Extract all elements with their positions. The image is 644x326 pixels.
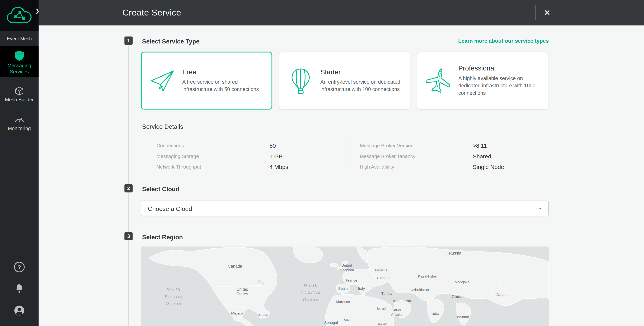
sidebar-item-messaging-services[interactable]: Messaging Services — [0, 46, 38, 77]
map-label: Italy — [358, 287, 365, 291]
map-label: Canada — [228, 264, 242, 269]
sidebar-item-label: Messaging Services — [0, 63, 38, 75]
mesh-cube-icon — [0, 86, 38, 97]
service-details-right: Message Broker Version >8.11 Message Bro… — [360, 140, 532, 172]
card-description: A highly available service on dedicated … — [458, 75, 542, 97]
card-description: A free service on shared infrastructure … — [182, 78, 266, 93]
page-title: Create Service — [122, 0, 181, 25]
detail-value: 1 GB — [270, 153, 282, 160]
sidebar-item-label: Event Mesh — [5, 35, 33, 42]
learn-more-link[interactable]: Learn more about our service types — [458, 38, 549, 44]
hot-air-balloon-icon — [288, 67, 314, 94]
sidebar-item-mesh-builder[interactable]: Mesh Builder — [0, 80, 38, 106]
detail-label: Connections — [156, 143, 270, 149]
service-type-card-starter[interactable]: Starter An entry-level service on dedica… — [279, 52, 410, 110]
detail-value: >8.11 — [473, 142, 487, 149]
service-type-card-free[interactable]: Free A free service on shared infrastruc… — [141, 52, 272, 110]
bell-icon — [14, 283, 25, 295]
create-service-page: Event Mesh Messaging Services Mesh Build… — [0, 0, 644, 326]
card-description: An entry-level service on dedicated infr… — [320, 78, 404, 93]
sidebar-item-event-mesh[interactable]: Event Mesh — [0, 31, 38, 46]
map-label: Senegal — [324, 321, 338, 325]
step-3-badge: 3 — [124, 232, 133, 240]
map-label: Iraq — [393, 299, 400, 303]
map-label: United States — [236, 287, 248, 296]
detail-value: Single Node — [473, 163, 504, 170]
step-1-title: Select Service Type — [142, 38, 200, 45]
map-label: Spain — [338, 287, 348, 291]
map-label: Russia — [449, 251, 461, 256]
step-2-title: Select Cloud — [142, 185, 180, 192]
map-label: China — [452, 294, 462, 299]
notifications-button[interactable] — [0, 283, 38, 295]
detail-row: Message Broker Tenancy Shared — [360, 151, 532, 162]
region-map-labels: RussiaCanadaUnited KingdomBelarusUkraine… — [141, 247, 549, 326]
detail-row: Message Broker Version >8.11 — [360, 140, 532, 151]
map-label: United Kingdom — [339, 263, 354, 272]
map-label: Belarus — [375, 268, 388, 273]
map-label: Sudan — [377, 322, 388, 326]
cloud-select-dropdown[interactable]: Choose a Cloud ▼ — [141, 200, 549, 216]
paper-plane-icon — [150, 67, 176, 94]
airplane-icon — [426, 67, 452, 94]
avatar — [14, 305, 25, 316]
map-label: Mexico — [231, 311, 243, 316]
map-label: Japan — [496, 293, 507, 297]
map-label: Saudi Arabia — [391, 308, 402, 317]
map-label: Iran — [405, 299, 411, 303]
map-label: France — [346, 278, 357, 283]
gauge-icon — [0, 115, 38, 126]
map-label: Turkey — [381, 292, 392, 296]
detail-label: Messaging Storage — [156, 154, 270, 159]
map-label: North Pacific Ocean — [165, 286, 182, 307]
map-label: India — [430, 311, 439, 316]
detail-label: Message Broker Tenancy — [360, 154, 473, 159]
service-type-cards: Free A free service on shared infrastruc… — [141, 52, 549, 110]
service-details-title: Service Details — [142, 123, 183, 130]
map-label: Morocco — [336, 300, 350, 304]
map-label: Mali — [344, 318, 350, 323]
sidebar-expand-chevron-icon[interactable]: ❯ — [35, 8, 40, 14]
service-type-card-professional[interactable]: Professional A highly available service … — [417, 52, 548, 110]
map-label: Cuba — [259, 313, 268, 318]
map-label: Ukraine — [377, 276, 390, 280]
map-label: Mongolia — [454, 280, 470, 285]
sidebar-item-monitoring[interactable]: Monitoring — [0, 109, 38, 135]
help-icon: ? — [18, 264, 21, 270]
map-label: Uzbekistan — [410, 288, 429, 292]
detail-value: 50 — [270, 142, 276, 149]
step-2-badge: 2 — [124, 184, 133, 192]
header-divider — [535, 5, 536, 20]
solace-logo[interactable] — [0, 0, 38, 31]
region-map[interactable]: RussiaCanadaUnited KingdomBelarusUkraine… — [141, 247, 549, 326]
detail-row: High Availability Single Node — [360, 162, 532, 172]
help-button[interactable]: ? — [0, 262, 38, 272]
detail-value: 4 Mbps — [270, 163, 288, 170]
map-label: Thailand — [455, 315, 469, 320]
sidebar-item-label: Monitoring — [0, 126, 38, 132]
card-title: Professional — [458, 64, 542, 72]
map-label: Egypt — [377, 306, 386, 311]
shield-icon — [0, 50, 38, 61]
modal-header: Create Service ✕ — [38, 0, 644, 25]
service-details-left: Connections 50 Messaging Storage 1 GB Ne… — [156, 140, 321, 172]
user-menu-button[interactable] — [0, 305, 38, 316]
detail-value: Shared — [473, 153, 491, 160]
card-title: Starter — [320, 68, 404, 76]
detail-label: Network Throughput — [156, 164, 270, 170]
close-button[interactable]: ✕ — [539, 4, 556, 21]
card-title: Free — [182, 68, 266, 76]
sidebar-item-label: Mesh Builder — [0, 97, 38, 103]
detail-row: Network Throughput 4 Mbps — [156, 162, 321, 172]
step-3-title: Select Region — [142, 233, 183, 240]
map-label: Kazakhstan — [418, 274, 437, 279]
close-icon: ✕ — [544, 8, 550, 18]
chevron-down-icon: ▼ — [538, 206, 542, 210]
map-label: North Atlantic Ocean — [301, 282, 321, 303]
detail-label: High Availability — [360, 164, 473, 170]
details-divider — [345, 139, 346, 171]
sidebar: Event Mesh Messaging Services Mesh Build… — [0, 0, 38, 326]
detail-row: Messaging Storage 1 GB — [156, 151, 321, 162]
step-1-badge: 1 — [124, 37, 133, 45]
cloud-logo-icon — [6, 6, 32, 25]
